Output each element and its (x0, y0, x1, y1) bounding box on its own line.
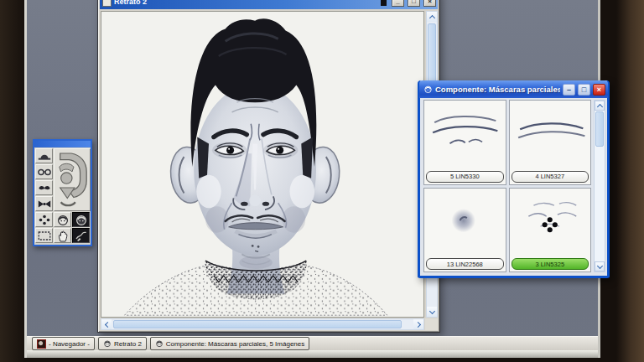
sketch-mode-tool-button[interactable] (72, 228, 90, 243)
palette-title-bar[interactable] (34, 141, 91, 147)
sketch-dark-icon (75, 230, 88, 242)
portrait-face-icon (103, 339, 112, 348)
marquee-select-tool-button[interactable] (35, 228, 53, 243)
bow-tie-icon (37, 198, 52, 210)
faint-brows-cursor-image (510, 189, 591, 258)
component-scroll-thumb[interactable] (595, 111, 604, 147)
face-front-inverted-tool-button[interactable] (72, 212, 90, 227)
marquee-select-icon (37, 230, 52, 242)
retrato-window-title: Retrato 2 (114, 0, 378, 6)
face-front-icon (56, 214, 70, 226)
retrato-maximize-button[interactable]: □ (408, 0, 420, 7)
bow-tie-tool-button[interactable] (35, 196, 53, 211)
scroll-right-icon (414, 321, 420, 327)
scroll-up-icon (428, 14, 434, 20)
scroll-down-icon (596, 262, 602, 268)
scroll-up-button[interactable] (427, 12, 437, 22)
taskbar-tab-label: - Navegador - (49, 340, 90, 348)
component-window-icon (423, 85, 433, 94)
composite-face-sketch (101, 12, 423, 317)
component-scrollbar[interactable] (594, 100, 605, 272)
navigator-icon (37, 339, 46, 349)
mask-option-cell[interactable]: 4 LIN5327 (509, 100, 592, 185)
mask-option-cell[interactable]: 5 LIN5330 (423, 100, 506, 185)
eyebrow-pair-set-image (424, 101, 506, 170)
retrato-minimize-button[interactable]: _ (392, 0, 404, 7)
scroll-up-icon (596, 103, 602, 109)
smudge-mark-image (424, 189, 506, 258)
horizontal-scroll-thumb[interactable] (113, 320, 402, 328)
hand-pan-tool-button[interactable] (54, 228, 71, 243)
window-retrato: Retrato 2 _ □ × (97, 0, 440, 333)
mask-option-label[interactable]: 4 LIN5327 (512, 171, 589, 183)
retrato-client-area (100, 11, 438, 330)
mask-option-label[interactable]: 13 LIN22568 (426, 258, 504, 270)
taskbar-tab-label: Componente: Máscaras parciales, 5 Imágen… (166, 340, 304, 348)
crosshair-cursor (542, 217, 557, 232)
marks-cluster-icon (37, 214, 52, 226)
face-front-tool-button[interactable] (54, 212, 71, 227)
title-bar-square (381, 0, 387, 6)
mustache-tool-button[interactable] (35, 180, 53, 195)
glasses-icon (37, 166, 52, 178)
scrollbar-corner (425, 318, 438, 330)
component-grid: 5 LIN5330 4 LIN5327 (422, 98, 593, 274)
scroll-down-button[interactable] (427, 307, 437, 317)
taskbar-tab-navegador[interactable]: - Navegador - (32, 337, 95, 350)
mask-option-label-selected[interactable]: 3 LIN5325 (512, 258, 589, 270)
taskbar-tab-retrato[interactable]: Retrato 2 (98, 337, 147, 350)
mask-option-cell[interactable]: 13 LIN22568 (423, 188, 506, 273)
marks-cluster-tool-button[interactable] (35, 212, 53, 227)
taskbar-tab-componente[interactable]: Componente: Máscaras parciales, 5 Imágen… (150, 337, 309, 350)
scroll-right-button[interactable] (413, 319, 423, 329)
component-close-button[interactable]: × (593, 84, 605, 96)
mask-option-label[interactable]: 5 LIN5330 (426, 171, 504, 183)
component-scroll-up-button[interactable] (595, 101, 605, 111)
component-minimize-button[interactable]: – (563, 84, 575, 96)
canvas-horizontal-scrollbar[interactable] (101, 318, 424, 330)
palette-body (34, 147, 91, 245)
tool-palette-window (33, 139, 92, 246)
component-face-icon (155, 339, 164, 348)
glasses-tool-button[interactable] (35, 164, 53, 179)
taskbar-tab-label: Retrato 2 (114, 340, 142, 348)
component-title-bar[interactable]: Componente: Máscaras parciales, ... – □ … (419, 80, 608, 98)
scroll-down-icon (428, 308, 434, 313)
screen-bottom-edge (27, 350, 598, 358)
scroll-left-button[interactable] (101, 319, 112, 329)
component-maximize-button[interactable]: □ (578, 84, 590, 96)
monitor-screen: Retrato 2 _ □ × (24, 0, 600, 358)
component-scroll-down-button[interactable] (595, 261, 605, 272)
eyebrow-pair-image (510, 101, 591, 170)
retrato-window-icon (102, 0, 112, 7)
mask-option-cell-selected[interactable]: 3 LIN5325 (509, 188, 592, 273)
mustache-icon (37, 182, 52, 194)
hat-tool-button[interactable] (35, 148, 53, 163)
composite-sketch-canvas[interactable] (101, 11, 424, 318)
component-window-title: Componente: Máscaras parciales, ... (435, 85, 560, 94)
hand-pan-icon (56, 230, 70, 242)
retrato-close-button[interactable]: × (423, 0, 436, 7)
feature-map (55, 149, 90, 210)
window-taskbar: - Navegador - Retrato 2 Componente: Másc… (27, 336, 598, 350)
retrato-title-bar[interactable]: Retrato 2 _ □ × (100, 0, 438, 9)
scroll-left-icon (104, 321, 110, 327)
hat-icon (37, 150, 52, 163)
face-front-inverted-icon (75, 214, 88, 226)
feature-map-selector[interactable] (54, 148, 91, 211)
component-window: Componente: Máscaras parciales, ... – □ … (418, 80, 610, 278)
